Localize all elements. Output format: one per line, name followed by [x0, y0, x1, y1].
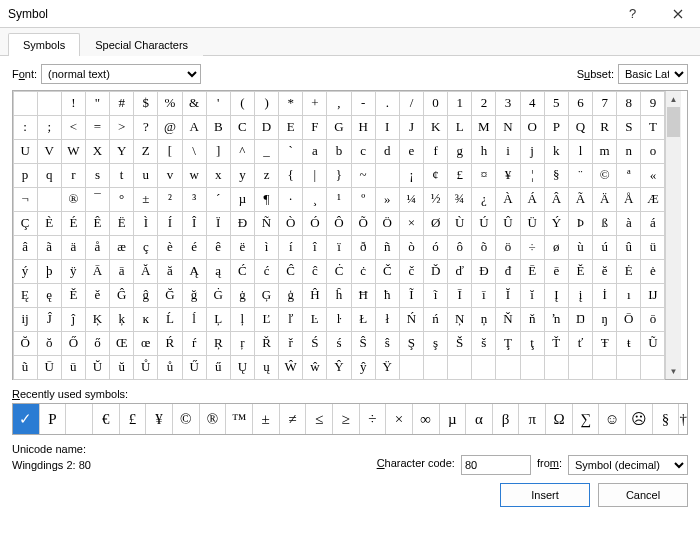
- symbol-cell[interactable]: Œ: [109, 331, 134, 356]
- recent-symbol-cell[interactable]: ∞: [413, 404, 440, 434]
- symbol-cell[interactable]: Ĺ: [157, 307, 182, 332]
- recent-symbol-cell[interactable]: α: [466, 404, 493, 434]
- symbol-cell[interactable]: Į: [544, 283, 569, 308]
- symbol-cell[interactable]: Ŀ: [302, 307, 327, 332]
- symbol-cell[interactable]: Ĥ: [302, 283, 327, 308]
- symbol-cell[interactable]: Ĭ: [495, 283, 520, 308]
- symbol-cell[interactable]: l: [568, 139, 593, 164]
- symbol-cell[interactable]: -: [351, 91, 376, 116]
- symbol-cell[interactable]: [592, 355, 617, 380]
- symbol-cell[interactable]: Ø: [423, 211, 448, 236]
- symbol-cell[interactable]: Å: [616, 187, 641, 212]
- symbol-cell[interactable]: ;: [37, 115, 62, 140]
- symbol-cell[interactable]: k: [544, 139, 569, 164]
- symbol-cell[interactable]: i: [495, 139, 520, 164]
- symbol-cell[interactable]: 6: [568, 91, 593, 116]
- symbol-cell[interactable]: Ŧ: [592, 331, 617, 356]
- symbol-cell[interactable]: :: [13, 115, 38, 140]
- symbol-cell[interactable]: Ņ: [447, 307, 472, 332]
- recent-symbol-cell[interactable]: ©: [173, 404, 200, 434]
- symbol-cell[interactable]: ő: [85, 331, 110, 356]
- symbol-cell[interactable]: č: [399, 259, 424, 284]
- symbol-cell[interactable]: ¯: [85, 187, 110, 212]
- symbol-cell[interactable]: ŧ: [616, 331, 641, 356]
- symbol-cell[interactable]: `: [278, 139, 303, 164]
- symbol-cell[interactable]: M: [471, 115, 496, 140]
- symbol-cell[interactable]: !: [61, 91, 86, 116]
- symbol-cell[interactable]: è: [157, 235, 182, 260]
- recent-symbol-cell[interactable]: ☹: [626, 404, 653, 434]
- symbol-cell[interactable]: F: [302, 115, 327, 140]
- symbol-cell[interactable]: +: [302, 91, 327, 116]
- symbol-cell[interactable]: %: [157, 91, 182, 116]
- symbol-cell[interactable]: Ċ: [326, 259, 351, 284]
- symbol-cell[interactable]: £: [447, 163, 472, 188]
- symbol-cell[interactable]: ¦: [520, 163, 545, 188]
- symbol-cell[interactable]: ¿: [471, 187, 496, 212]
- symbol-cell[interactable]: }: [326, 163, 351, 188]
- symbol-cell[interactable]: Ă: [133, 259, 158, 284]
- symbol-cell[interactable]: Þ: [568, 211, 593, 236]
- symbol-cell[interactable]: [495, 355, 520, 380]
- symbol-cell[interactable]: Ď: [423, 259, 448, 284]
- symbol-cell[interactable]: Y: [109, 139, 134, 164]
- symbol-cell[interactable]: Ŋ: [568, 307, 593, 332]
- symbol-cell[interactable]: ī: [471, 283, 496, 308]
- symbol-cell[interactable]: [544, 355, 569, 380]
- symbol-cell[interactable]: _: [254, 139, 279, 164]
- symbol-cell[interactable]: ò: [399, 235, 424, 260]
- symbol-cell[interactable]: Ć: [230, 259, 255, 284]
- symbol-cell[interactable]: Ų: [230, 355, 255, 380]
- symbol-cell[interactable]: ?: [133, 115, 158, 140]
- symbol-cell[interactable]: z: [254, 163, 279, 188]
- symbol-cell[interactable]: ¶: [254, 187, 279, 212]
- symbol-cell[interactable]: ŋ: [592, 307, 617, 332]
- symbol-cell[interactable]: Ĵ: [37, 307, 62, 332]
- symbol-cell[interactable]: ú: [592, 235, 617, 260]
- symbol-cell[interactable]: D: [254, 115, 279, 140]
- symbol-cell[interactable]: S: [616, 115, 641, 140]
- subset-select[interactable]: Basic Latin: [618, 64, 688, 84]
- symbol-cell[interactable]: W: [61, 139, 86, 164]
- symbol-cell[interactable]: ť: [568, 331, 593, 356]
- symbol-cell[interactable]: Ĩ: [399, 283, 424, 308]
- symbol-cell[interactable]: é: [182, 235, 207, 260]
- symbol-cell[interactable]: ²: [157, 187, 182, 212]
- symbol-cell[interactable]: Ŕ: [157, 331, 182, 356]
- symbol-cell[interactable]: ű: [206, 355, 231, 380]
- character-code-input[interactable]: [461, 455, 531, 475]
- symbol-cell[interactable]: &: [182, 91, 207, 116]
- symbol-cell[interactable]: [520, 355, 545, 380]
- symbol-cell[interactable]: À: [495, 187, 520, 212]
- symbol-cell[interactable]: ė: [640, 259, 665, 284]
- symbol-cell[interactable]: Ö: [375, 211, 400, 236]
- symbol-cell[interactable]: ĺ: [182, 307, 207, 332]
- symbol-cell[interactable]: g: [447, 139, 472, 164]
- symbol-cell[interactable]: y: [230, 163, 255, 188]
- recent-symbol-cell[interactable]: ∑: [573, 404, 600, 434]
- recent-symbol-cell[interactable]: ≥: [333, 404, 360, 434]
- symbol-cell[interactable]: Ķ: [85, 307, 110, 332]
- symbol-cell[interactable]: ü: [640, 235, 665, 260]
- symbol-cell[interactable]: Ļ: [206, 307, 231, 332]
- symbol-cell[interactable]: Ĳ: [640, 283, 665, 308]
- symbol-cell[interactable]: Ľ: [254, 307, 279, 332]
- symbol-cell[interactable]: Z: [133, 139, 158, 164]
- symbol-cell[interactable]: V: [37, 139, 62, 164]
- symbol-cell[interactable]: ğ: [182, 283, 207, 308]
- recent-symbol-cell[interactable]: P: [40, 404, 67, 434]
- symbol-cell[interactable]: Ÿ: [375, 355, 400, 380]
- symbol-cell[interactable]: °: [109, 187, 134, 212]
- symbol-cell[interactable]: ¢: [423, 163, 448, 188]
- recent-symbol-cell[interactable]: ®: [200, 404, 227, 434]
- symbol-cell[interactable]: /: [399, 91, 424, 116]
- recent-symbol-cell[interactable]: ÷: [360, 404, 387, 434]
- symbol-cell[interactable]: ų: [254, 355, 279, 380]
- symbol-cell[interactable]: ¼: [399, 187, 424, 212]
- symbol-cell[interactable]: ³: [182, 187, 207, 212]
- symbol-cell[interactable]: q: [37, 163, 62, 188]
- symbol-cell[interactable]: Ę: [13, 283, 38, 308]
- recent-symbol-cell[interactable]: ×: [386, 404, 413, 434]
- symbol-cell[interactable]: ¡: [399, 163, 424, 188]
- symbol-cell[interactable]: ś: [326, 331, 351, 356]
